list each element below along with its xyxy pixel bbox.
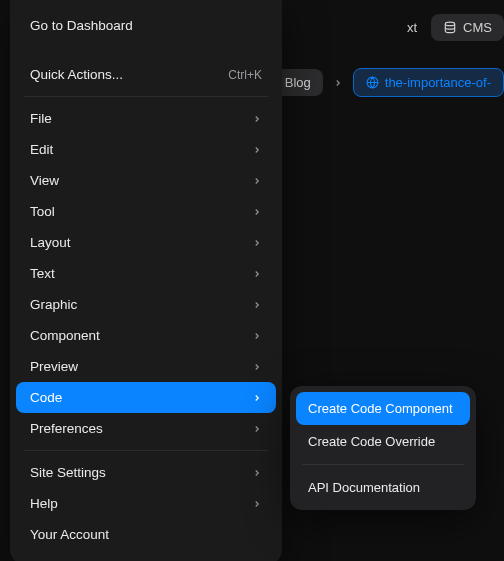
chevron-right-icon bbox=[252, 207, 262, 217]
breadcrumb-slug[interactable]: the-importance-of- bbox=[353, 68, 504, 97]
chevron-right-icon bbox=[252, 362, 262, 372]
menu-tool-label: Tool bbox=[30, 204, 55, 219]
menu-code[interactable]: Code bbox=[16, 382, 276, 413]
submenu-api-docs[interactable]: API Documentation bbox=[296, 471, 470, 504]
menu-separator bbox=[24, 96, 268, 97]
database-icon bbox=[443, 21, 457, 35]
menu-layout[interactable]: Layout bbox=[16, 227, 276, 258]
chevron-right-icon bbox=[333, 78, 343, 88]
chevron-right-icon bbox=[252, 393, 262, 403]
menu-preferences-label: Preferences bbox=[30, 421, 103, 436]
globe-icon bbox=[366, 76, 379, 89]
chevron-right-icon bbox=[252, 331, 262, 341]
menu-graphic-label: Graphic bbox=[30, 297, 77, 312]
chevron-right-icon bbox=[252, 300, 262, 310]
menu-help[interactable]: Help bbox=[16, 488, 276, 519]
menu-graphic[interactable]: Graphic bbox=[16, 289, 276, 320]
menu-view-label: View bbox=[30, 173, 59, 188]
chevron-right-icon bbox=[252, 145, 262, 155]
menu-preview-label: Preview bbox=[30, 359, 78, 374]
menu-site-settings-label: Site Settings bbox=[30, 465, 106, 480]
cms-label: CMS bbox=[463, 20, 492, 35]
menu-layout-label: Layout bbox=[30, 235, 71, 250]
breadcrumb: Blog the-importance-of- bbox=[273, 68, 504, 97]
menu-edit[interactable]: Edit bbox=[16, 134, 276, 165]
submenu-create-component[interactable]: Create Code Component bbox=[296, 392, 470, 425]
code-submenu: Create Code Component Create Code Overri… bbox=[290, 386, 476, 510]
main-menu: Go to Dashboard Quick Actions... Ctrl+K … bbox=[10, 0, 282, 561]
chevron-right-icon bbox=[252, 238, 262, 248]
menu-text-label: Text bbox=[30, 266, 55, 281]
menu-view[interactable]: View bbox=[16, 165, 276, 196]
top-toolbar: xt CMS bbox=[407, 14, 504, 41]
chevron-right-icon bbox=[252, 269, 262, 279]
menu-component-label: Component bbox=[30, 328, 100, 343]
menu-preview[interactable]: Preview bbox=[16, 351, 276, 382]
menu-account-label: Your Account bbox=[30, 527, 109, 542]
menu-tool[interactable]: Tool bbox=[16, 196, 276, 227]
menu-edit-label: Edit bbox=[30, 142, 53, 157]
chevron-right-icon bbox=[252, 499, 262, 509]
submenu-separator bbox=[302, 464, 464, 465]
menu-dashboard-label: Go to Dashboard bbox=[30, 18, 133, 33]
chevron-right-icon bbox=[252, 468, 262, 478]
menu-code-label: Code bbox=[30, 390, 62, 405]
menu-quick-actions-label: Quick Actions... bbox=[30, 67, 123, 82]
svg-point-0 bbox=[445, 22, 454, 26]
menu-help-label: Help bbox=[30, 496, 58, 511]
breadcrumb-slug-label: the-importance-of- bbox=[385, 75, 491, 90]
menu-site-settings[interactable]: Site Settings bbox=[16, 457, 276, 488]
menu-text[interactable]: Text bbox=[16, 258, 276, 289]
cms-button[interactable]: CMS bbox=[431, 14, 504, 41]
menu-preferences[interactable]: Preferences bbox=[16, 413, 276, 444]
menu-quick-actions[interactable]: Quick Actions... Ctrl+K bbox=[16, 59, 276, 90]
menu-dashboard[interactable]: Go to Dashboard bbox=[16, 10, 276, 41]
submenu-create-override[interactable]: Create Code Override bbox=[296, 425, 470, 458]
menu-account[interactable]: Your Account bbox=[16, 519, 276, 550]
menu-file[interactable]: File bbox=[16, 103, 276, 134]
menu-file-label: File bbox=[30, 111, 52, 126]
menu-quick-actions-shortcut: Ctrl+K bbox=[228, 68, 262, 82]
menu-separator bbox=[24, 450, 268, 451]
menu-component[interactable]: Component bbox=[16, 320, 276, 351]
text-tool-fragment: xt bbox=[407, 20, 417, 35]
chevron-right-icon bbox=[252, 424, 262, 434]
chevron-right-icon bbox=[252, 114, 262, 124]
chevron-right-icon bbox=[252, 176, 262, 186]
